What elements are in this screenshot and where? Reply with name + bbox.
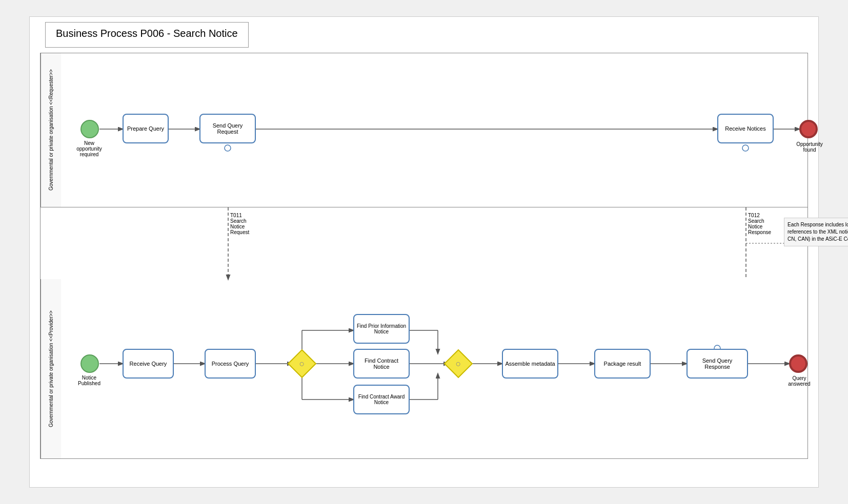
- requester-start-event: [80, 120, 99, 138]
- t011-label: T011 Search Notice Request: [230, 213, 249, 235]
- assemble-metadata-task[interactable]: Assemble metadata: [502, 349, 558, 379]
- provider-end-event: [789, 354, 807, 373]
- annotation-box: Each Response includes local references …: [784, 218, 848, 246]
- provider-end-label: Query answered: [781, 375, 817, 387]
- diagram-wrapper: Business Process P006 - Search Notice Go…: [29, 16, 819, 488]
- provider-start-event: [80, 354, 99, 373]
- send-query-response-task[interactable]: Send Query Response: [687, 349, 748, 379]
- requester-connections: [61, 53, 807, 207]
- requester-start-label: New opportunity required: [71, 140, 107, 157]
- svg-point-5: [742, 145, 749, 151]
- provider-lane-content: Notice Published Receive Query Process Q…: [61, 279, 807, 458]
- find-prior-task[interactable]: Find Prior Information Notice: [353, 314, 410, 344]
- svg-point-4: [225, 145, 231, 151]
- find-award-task[interactable]: Find Contract Award Notice: [353, 385, 410, 414]
- requester-lane-content: New opportunity required Prepare Query S…: [61, 53, 807, 207]
- provider-start-label: Notice Published: [71, 375, 107, 386]
- send-query-request-task[interactable]: Send Query Request: [199, 114, 256, 143]
- diagram-title: Business Process P006 - Search Notice: [45, 22, 249, 48]
- provider-lane-label: Governmental or private organisation <<P…: [41, 279, 61, 458]
- receive-query-task[interactable]: Receive Query: [123, 349, 174, 379]
- gateway-split: ○: [288, 349, 317, 379]
- provider-lane: Governmental or private organisation <<P…: [41, 279, 807, 458]
- prepare-query-task[interactable]: Prepare Query: [123, 114, 169, 143]
- requester-lane-label: Governmental or private organisation <<R…: [41, 53, 61, 207]
- package-result-task[interactable]: Package result: [594, 349, 651, 379]
- gateway-join: ○: [444, 349, 473, 379]
- requester-lane: Governmental or private organisation <<R…: [41, 53, 807, 207]
- find-contract-task[interactable]: Find Contract Notice: [353, 349, 410, 379]
- requester-end-event: [799, 120, 818, 138]
- cross-lane-connections: [41, 207, 807, 279]
- process-query-task[interactable]: Process Query: [205, 349, 256, 379]
- requester-end-label: Opportunity found: [792, 141, 827, 153]
- t012-label: T012 Search Notice Response: [748, 213, 771, 235]
- receive-notices-task[interactable]: Receive Notices: [717, 114, 774, 143]
- middle-section: T011 Search Notice Request T012 Search N…: [41, 207, 807, 279]
